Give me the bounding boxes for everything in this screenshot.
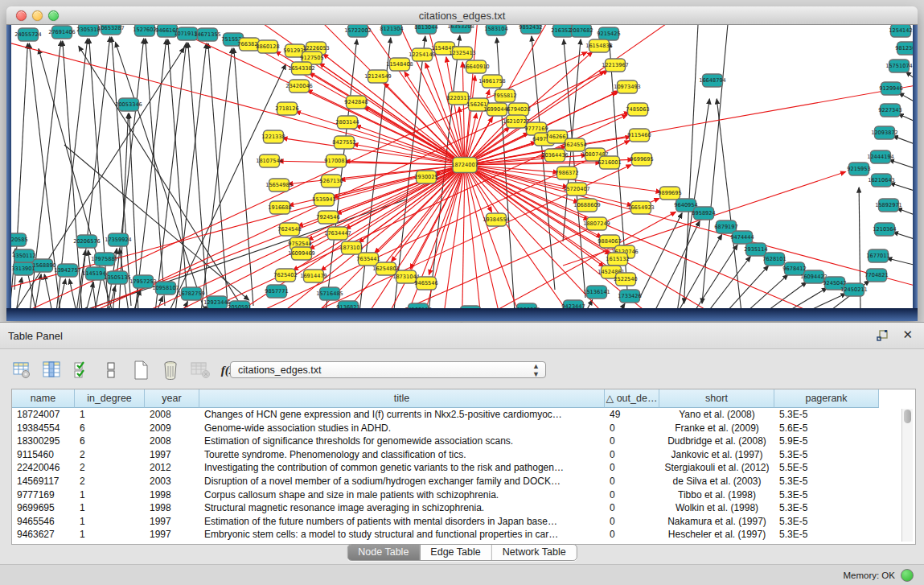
table-row[interactable]: 969969511998Structural magnetic resonanc… bbox=[12, 501, 915, 515]
table-cell: 2 bbox=[75, 448, 145, 462]
window-titlebar[interactable]: citations_edges.txt bbox=[6, 6, 918, 25]
red-edge bbox=[295, 111, 465, 165]
tab-edge-table[interactable]: Edge Table bbox=[420, 545, 491, 560]
graph-node-label: 12450211 bbox=[840, 286, 868, 293]
table-cell: 14569117 bbox=[12, 475, 75, 488]
graph-node-label: 5267130 bbox=[319, 178, 343, 184]
black-edge bbox=[708, 257, 750, 308]
table-row[interactable]: 2242004622012Investigating the contribut… bbox=[12, 461, 915, 475]
table-cell: 5.3E-5 bbox=[774, 501, 879, 515]
graph-node-label: 24055724 bbox=[14, 31, 42, 38]
column-header-out_de[interactable]: △ out_de… bbox=[605, 389, 659, 408]
graph-node-label: 8813044 bbox=[414, 24, 437, 31]
graph-node-label: 17957253 bbox=[129, 278, 157, 285]
black-edge bbox=[726, 266, 769, 308]
table-row[interactable]: 1456911722003Disruption of a novel membe… bbox=[12, 475, 915, 488]
black-edge bbox=[746, 274, 788, 308]
graph-node-label: 4350112 bbox=[12, 253, 35, 259]
graph-node-label: 16654923 bbox=[627, 204, 655, 211]
table-cell: Dudbridge et al. (2008) bbox=[659, 435, 774, 448]
table-select-dropdown[interactable]: citations_edges.txt ▲▼ bbox=[230, 361, 546, 378]
graph-node-label: 2520585 bbox=[11, 237, 28, 243]
select-columns-icon[interactable] bbox=[71, 360, 92, 381]
graph-node-label: 9812304 bbox=[895, 45, 913, 51]
graph-node-label: 2803144 bbox=[335, 119, 359, 126]
new-column-icon[interactable] bbox=[130, 360, 151, 381]
table-row[interactable]: 1830029562008Estimation of significance … bbox=[12, 435, 915, 448]
table-cell: 2003 bbox=[145, 475, 199, 488]
table-cell: 22420046 bbox=[12, 461, 75, 475]
black-edge bbox=[899, 93, 913, 103]
column-header-title[interactable]: title bbox=[199, 389, 605, 408]
black-edge bbox=[16, 278, 22, 308]
column-header-in_degree[interactable]: in_degree bbox=[75, 389, 145, 408]
dropdown-arrows-icon: ▲▼ bbox=[532, 362, 540, 378]
table-cell: 6 bbox=[75, 422, 145, 435]
scrollbar-thumb[interactable] bbox=[904, 410, 911, 423]
table-cell: Yano et al. (2008) bbox=[659, 408, 774, 422]
table-cell: 0 bbox=[605, 488, 659, 502]
close-panel-icon[interactable]: ✕ bbox=[902, 328, 913, 342]
graph-node-label: 9899695 bbox=[658, 190, 681, 196]
table-row[interactable]: 911546021997Tourette syndrome. Phenomeno… bbox=[12, 448, 915, 462]
table-cell: Estimation of significance thresholds fo… bbox=[199, 435, 605, 448]
show-column-icon[interactable] bbox=[41, 360, 62, 381]
network-svg: 2405572427691406230531810653287152760294… bbox=[11, 24, 913, 308]
tab-node-table[interactable]: Node Table bbox=[347, 545, 420, 560]
graph-node-label: 9115460 bbox=[627, 132, 651, 138]
graph-node-label: 16154838 bbox=[585, 43, 613, 49]
table-select-value: citations_edges.txt bbox=[238, 365, 322, 376]
graph-node-label: 15892971 bbox=[875, 202, 902, 208]
tab-network-table[interactable]: Network Table bbox=[492, 545, 577, 560]
black-edge bbox=[889, 159, 913, 169]
float-panel-icon[interactable] bbox=[876, 329, 889, 342]
graph-node-label: 15716485 bbox=[316, 290, 343, 297]
graph-node-label: 18107544 bbox=[256, 158, 283, 164]
graph-node-label: 9678412 bbox=[782, 266, 806, 272]
table-cell: Corpus callosum shape and size in male p… bbox=[199, 488, 605, 502]
table-row[interactable]: 1872400712008Changes of HCN gene express… bbox=[12, 408, 915, 422]
graph-node-label: 1527602 bbox=[133, 27, 156, 33]
column-header-short[interactable]: short bbox=[659, 389, 774, 408]
table-cell: 5.6E-5 bbox=[774, 422, 879, 435]
column-header-pagerank[interactable]: pagerank bbox=[774, 389, 879, 408]
table-row[interactable]: 946362711997Embryonic stem cells: a mode… bbox=[12, 528, 915, 542]
graph-node-label: 8860128 bbox=[256, 43, 279, 50]
table-body: 1872400712008Changes of HCN gene express… bbox=[12, 408, 915, 544]
table-cell: 6 bbox=[75, 435, 145, 448]
graph-node-label: 12923446 bbox=[203, 299, 231, 306]
table-cell: 1 bbox=[75, 408, 145, 422]
table-cell: Stergiakouli et al. (2012) bbox=[659, 461, 774, 475]
black-edge bbox=[889, 183, 913, 192]
network-canvas[interactable]: 2405572427691406230531810653287152760294… bbox=[11, 24, 913, 308]
graph-node-label: 16640910 bbox=[462, 64, 490, 70]
delete-table-icon[interactable] bbox=[190, 360, 211, 381]
table-mode-icon[interactable] bbox=[11, 360, 32, 381]
table-cell: 5.5E-5 bbox=[774, 461, 879, 475]
graph-node-label: 12254149 bbox=[409, 51, 436, 58]
table-row[interactable]: 946554611997Estimation of the future num… bbox=[12, 515, 915, 529]
table-cell: 9463627 bbox=[12, 528, 75, 542]
graph-node-label: 7704821 bbox=[864, 272, 888, 278]
table-cell: 1 bbox=[75, 528, 145, 542]
table-cell: 0 bbox=[605, 422, 659, 435]
graph-node-label: 16782759 bbox=[178, 290, 205, 297]
row-options-icon[interactable] bbox=[101, 360, 121, 381]
table-cell: Tibbo et al. (1998) bbox=[659, 488, 774, 502]
graph-node-label: 20053346 bbox=[115, 101, 142, 108]
table-row[interactable]: 1938455462009Genome-wide association stu… bbox=[12, 422, 915, 435]
column-header-year[interactable]: year bbox=[145, 389, 199, 408]
graph-node-label: 16254801 bbox=[372, 266, 400, 272]
delete-column-icon[interactable] bbox=[160, 360, 181, 381]
column-header-name[interactable]: name bbox=[12, 389, 75, 408]
graph-node-label: 1615132 bbox=[606, 256, 629, 262]
graph-node-22420046[interactable] bbox=[461, 306, 481, 308]
graph-node-label: 3624554 bbox=[563, 142, 586, 148]
black-edge bbox=[44, 274, 52, 308]
graph-node-label: 9136821 bbox=[336, 304, 359, 308]
table-toolbar: f(x) bbox=[11, 356, 240, 384]
table-cell: 1997 bbox=[145, 448, 199, 462]
table-row[interactable]: 977716911998Corpus callosum shape and si… bbox=[12, 488, 915, 502]
table-vertical-scrollbar[interactable] bbox=[901, 409, 913, 542]
graph-node-label: 9852432 bbox=[519, 24, 542, 31]
